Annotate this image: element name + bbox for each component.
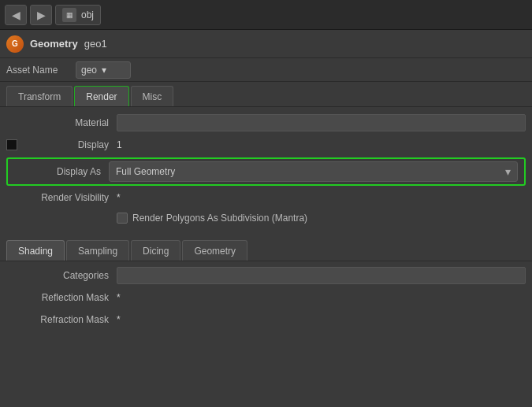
obj-path-label: ▦ obj — [55, 5, 101, 25]
node-type-label: Geometry — [30, 38, 78, 50]
render-visibility-row: Render Visibility * — [0, 187, 532, 208]
refraction-mask-label: Refraction Mask — [6, 314, 117, 325]
categories-row: Categories — [0, 265, 532, 287]
back-button[interactable]: ◀ — [5, 5, 27, 25]
material-row: Material — [0, 112, 532, 134]
tab-transform[interactable]: Transform — [6, 86, 73, 106]
asset-name-dropdown[interactable]: geo ▾ — [76, 61, 131, 79]
subdivision-checkbox-row: Render Polygons As Subdivision (Mantra) — [0, 208, 532, 228]
display-value: 1 — [117, 139, 122, 150]
reflection-mask-row: Reflection Mask * — [0, 287, 532, 309]
categories-label: Categories — [6, 270, 117, 281]
top-nav-bar: ◀ ▶ ▦ obj — [0, 0, 532, 30]
display-label: Display — [22, 139, 117, 150]
render-visibility-value: * — [117, 192, 121, 203]
display-color-swatch[interactable] — [6, 139, 17, 150]
obj-icon: ▦ — [62, 8, 76, 22]
display-row: Display 1 — [0, 134, 532, 156]
display-as-label: Display As — [14, 166, 109, 177]
node-name-label: geo1 — [84, 38, 107, 50]
subdivision-checkbox[interactable] — [117, 213, 128, 224]
refraction-mask-row: Refraction Mask * — [0, 309, 532, 331]
forward-button[interactable]: ▶ — [30, 5, 52, 25]
main-tabs: Transform Render Misc — [0, 82, 532, 107]
geometry-icon: G — [6, 35, 24, 53]
tab-misc[interactable]: Misc — [131, 86, 174, 106]
display-as-row: Display As Full Geometry ▾ — [6, 157, 526, 186]
reflection-mask-label: Reflection Mask — [6, 292, 117, 303]
obj-text: obj — [81, 9, 94, 20]
header-row: G Geometry geo1 — [0, 30, 532, 58]
tab-render[interactable]: Render — [74, 86, 128, 106]
display-as-arrow: ▾ — [505, 165, 511, 178]
refraction-mask-value: * — [117, 314, 121, 325]
sub-tab-shading[interactable]: Shading — [6, 240, 65, 261]
reflection-mask-value: * — [117, 292, 121, 303]
asset-name-row: Asset Name geo ▾ — [0, 58, 532, 82]
sub-tab-sampling[interactable]: Sampling — [66, 240, 129, 261]
categories-input[interactable] — [117, 267, 526, 284]
sub-tabs: Shading Sampling Dicing Geometry — [0, 236, 532, 261]
display-as-dropdown[interactable]: Full Geometry ▾ — [109, 161, 518, 182]
sub-tab-dicing[interactable]: Dicing — [131, 240, 180, 261]
material-input[interactable] — [117, 114, 526, 131]
asset-name-arrow: ▾ — [102, 65, 106, 76]
subdivision-label: Render Polygons As Subdivision (Mantra) — [132, 213, 307, 224]
sub-tab-geometry[interactable]: Geometry — [182, 240, 247, 261]
asset-name-label: Asset Name — [6, 65, 69, 76]
shading-tab-content: Categories Reflection Mask * Refraction … — [0, 261, 532, 334]
material-label: Material — [6, 117, 117, 128]
render-tab-content: Material Display 1 Display As Full Geome… — [0, 107, 532, 233]
render-visibility-label: Render Visibility — [6, 192, 117, 203]
